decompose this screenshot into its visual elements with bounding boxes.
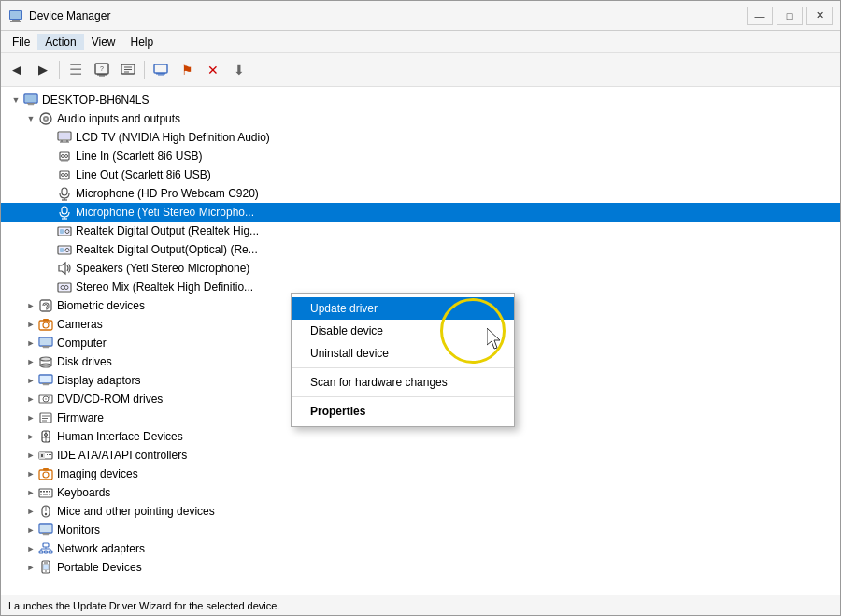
ctx-properties[interactable]: Properties — [292, 400, 514, 423]
app-icon — [8, 8, 23, 23]
ctx-separator-1 — [292, 367, 514, 368]
ctx-scan-hardware[interactable]: Scan for hardware changes — [292, 371, 514, 394]
remove-button[interactable]: ✕ — [201, 58, 225, 82]
display-icon — [38, 373, 53, 388]
tree-item-speakers[interactable]: ► Speakers (Yeti Stereo Microphone) — [1, 259, 840, 278]
svg-rect-68 — [42, 383, 50, 384]
svg-rect-12 — [154, 64, 167, 73]
tree-item-root[interactable]: ▼ DESKTOP-BH6N4LS — [1, 91, 840, 109]
menu-help[interactable]: Help — [123, 34, 162, 50]
ctx-update-driver[interactable]: Update driver — [292, 297, 514, 320]
tree-item-linein[interactable]: ► Line In (Scarlett 8i6 USB) — [1, 147, 840, 165]
expand-computer[interactable]: ► — [23, 336, 38, 351]
expand-cameras[interactable]: ► — [23, 317, 38, 332]
tree-item-portable[interactable]: ► Portable Devices — [1, 558, 840, 577]
firmware-label: Firmware — [57, 411, 104, 424]
tree-item-lcd[interactable]: ► LCD TV (NVIDIA High Definition Audio) — [1, 128, 840, 147]
expand-imaging[interactable]: ► — [23, 466, 38, 481]
properties-button[interactable]: ☰ — [64, 58, 88, 82]
svg-rect-91 — [39, 489, 52, 497]
tree-item-keyboards[interactable]: ► Keyboards — [1, 483, 840, 502]
expand-disk[interactable]: ► — [23, 354, 38, 369]
biometric-label: Biometric devices — [57, 299, 145, 312]
biometric-icon — [38, 298, 53, 313]
monitors-icon — [38, 523, 53, 537]
svg-rect-105 — [43, 534, 49, 535]
svg-rect-38 — [62, 207, 67, 214]
tree-item-ide[interactable]: ► IDE ATA/ATAPI controllers — [1, 446, 840, 465]
forward-button[interactable]: ▶ — [31, 58, 55, 82]
expand-dvd[interactable]: ► — [23, 392, 38, 407]
tree-item-hid[interactable]: ► Human Interface Devices — [1, 427, 840, 446]
update-button[interactable]: ⬇ — [227, 58, 251, 82]
realtek1-label: Realtek Digital Output (Realtek Hig... — [76, 224, 259, 237]
expand-root[interactable]: ▼ — [8, 93, 23, 107]
ctx-uninstall-device[interactable]: Uninstall device — [292, 342, 514, 365]
svg-rect-1 — [12, 20, 20, 21]
svg-rect-13 — [156, 73, 165, 75]
context-menu: Update driver Disable device Uninstall d… — [291, 293, 515, 427]
svg-rect-103 — [40, 525, 51, 532]
tree-item-network[interactable]: ► Network adapters — [1, 539, 840, 558]
expand-monitors[interactable]: ► — [23, 523, 38, 537]
device-icon-mic-yeti — [57, 205, 72, 220]
ctx-disable-device[interactable]: Disable device — [292, 320, 514, 342]
expand-audio[interactable]: ▼ — [23, 111, 38, 126]
monitors-label: Monitors — [57, 523, 100, 537]
svg-point-65 — [40, 357, 51, 361]
svg-point-89 — [43, 472, 49, 478]
update-driver-button[interactable]: ? — [90, 58, 114, 82]
menu-file[interactable]: File — [5, 34, 37, 50]
tree-item-mic-hd[interactable]: ► Microphone (HD Pro Webcam C920) — [1, 184, 840, 203]
camera-icon — [38, 317, 53, 332]
expand-mice[interactable]: ► — [23, 504, 38, 519]
firmware-icon — [38, 410, 53, 425]
close-button[interactable]: ✕ — [806, 7, 833, 25]
tree-item-realtek1[interactable]: ► Realtek Digital Output (Realtek Hig... — [1, 222, 840, 240]
expand-portable[interactable]: ► — [23, 560, 38, 575]
svg-rect-60 — [40, 338, 51, 345]
svg-point-32 — [62, 174, 64, 177]
svg-rect-104 — [42, 533, 50, 534]
window-controls: — □ ✕ — [747, 7, 833, 25]
device-icon-realtek2 — [57, 242, 72, 257]
tree-item-mice[interactable]: ► Mice and other pointing devices — [1, 502, 840, 521]
flag-button[interactable]: ⚑ — [175, 58, 199, 82]
mouse-icon — [38, 504, 53, 519]
svg-rect-95 — [49, 491, 50, 493]
imaging-icon — [38, 466, 53, 481]
lineout-label: Line Out (Scarlett 8i6 USB) — [76, 168, 211, 181]
svg-rect-94 — [46, 491, 48, 493]
expand-firmware[interactable]: ► — [23, 410, 38, 425]
menu-bar: File Action View Help — [1, 31, 840, 53]
ide-label: IDE ATA/ATAPI controllers — [57, 449, 187, 462]
menu-view[interactable]: View — [84, 34, 123, 50]
hid-icon — [38, 429, 53, 444]
tree-item-realtek2[interactable]: ► Realtek Digital Output(Optical) (Re... — [1, 240, 840, 259]
expand-network[interactable]: ► — [23, 541, 38, 556]
display-button[interactable] — [149, 58, 173, 82]
minimize-button[interactable]: — — [747, 7, 773, 25]
expand-keyboards[interactable]: ► — [23, 485, 38, 500]
maximize-button[interactable]: □ — [777, 7, 803, 25]
tree-item-audio[interactable]: ▼ Audio inputs and outputs — [1, 109, 840, 128]
expand-biometric[interactable]: ► — [23, 298, 38, 313]
tree-item-lineout[interactable]: ► Line Out (Scarlett 8i6 USB) — [1, 165, 840, 184]
tree-item-mic-yeti[interactable]: ► Microphone (Yeti Stereo Micropho... — [1, 203, 840, 222]
expand-ide[interactable]: ► — [23, 448, 38, 463]
device-icon-stereomix — [57, 279, 72, 294]
svg-rect-93 — [43, 491, 45, 493]
expand-hid[interactable]: ► — [23, 429, 38, 444]
tree-item-imaging[interactable]: ► Imaging devices — [1, 465, 840, 483]
disk-label: Disk drives — [57, 355, 112, 368]
toolbar-separator-1 — [59, 61, 60, 79]
imaging-label: Imaging devices — [57, 467, 138, 480]
scan-button[interactable] — [116, 58, 140, 82]
svg-rect-98 — [49, 494, 50, 495]
expand-display[interactable]: ► — [23, 373, 38, 388]
menu-action[interactable]: Action — [37, 34, 83, 50]
dvd-icon — [38, 392, 53, 407]
mic-yeti-label: Microphone (Yeti Stereo Micropho... — [76, 206, 254, 219]
tree-item-monitors[interactable]: ► Monitors — [1, 521, 840, 539]
back-button[interactable]: ◀ — [5, 58, 29, 82]
